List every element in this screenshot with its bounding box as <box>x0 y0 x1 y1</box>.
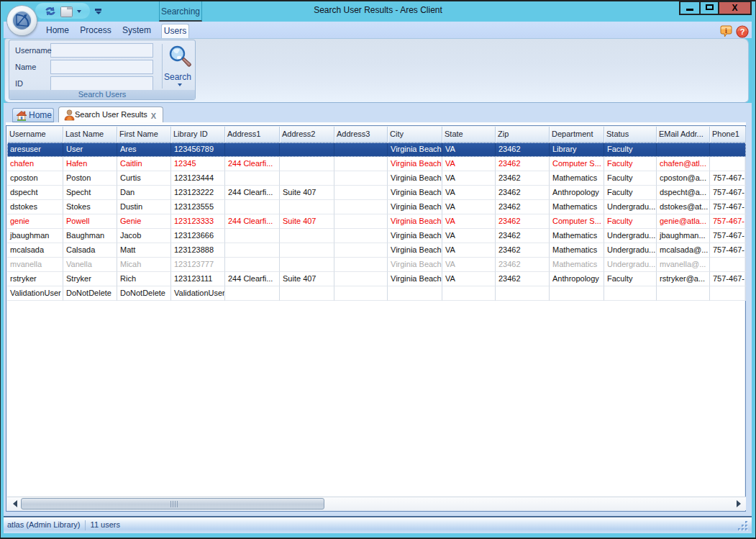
svg-text:?: ? <box>740 27 745 36</box>
svg-text:i: i <box>725 27 727 35</box>
